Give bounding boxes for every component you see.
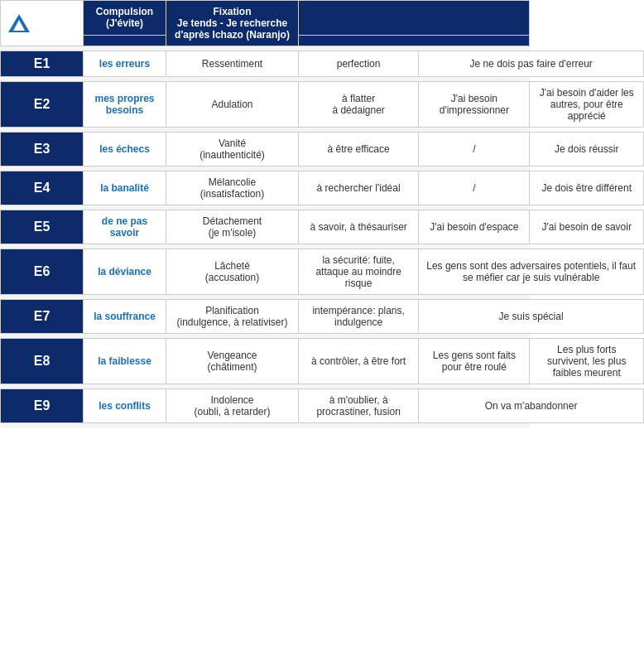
fixation-e7: Planification (indulgence, à relativiser… [166, 300, 299, 334]
logo-icon [7, 13, 31, 33]
recherche-e6: la sécurité: fuite, attaque au moindre r… [299, 249, 419, 295]
row-label-e3: E3 [1, 133, 84, 166]
row-label-e1: E1 [1, 51, 84, 77]
recherche-e2: à flatter à dédaigner [299, 82, 419, 128]
fixation-e6: Lâcheté (accusation) [166, 249, 299, 295]
enneaype-table: Compulsion(J'évite) FixationJe tends - J… [0, 0, 644, 428]
fixation-e2: Adulation [166, 82, 299, 128]
row-label-e8: E8 [1, 339, 84, 384]
compulsion-subheader [84, 35, 166, 46]
compulsion-e4: la banalité [84, 171, 166, 205]
cognition-e6: Les gens sont des adversaires potentiels… [419, 249, 644, 295]
logo-cell [1, 1, 84, 46]
recherche-e5: à savoir, à thésauriser [299, 210, 419, 244]
fixation-e5: Détachement (je m'isole) [166, 210, 299, 244]
recherche-e7: intempérance: plans, indulgence [299, 300, 419, 334]
fixation-e8: Vengeance (châtiment) [166, 339, 299, 384]
recherche-e3: à être efficace [299, 133, 419, 166]
cognition-e7: Je suis spécial [419, 300, 644, 334]
recherche-e4: à rechercher l'idéal [299, 171, 419, 205]
logo [7, 13, 76, 33]
compulsion-e6: la déviance [84, 249, 166, 295]
compulsion-e8: la faiblesse [84, 339, 166, 384]
compulsion-e2: mes propres besoins [84, 82, 166, 128]
cognition-header [299, 1, 530, 36]
compulsion-e5: de ne pas savoir [84, 210, 166, 244]
compulsion-e9: les conflits [84, 389, 166, 423]
row-label-e9: E9 [1, 389, 84, 423]
cognition-e5: J'ai besoin d'espace [419, 210, 530, 244]
cognition-e1: Je ne dois pas faire d'erreur [419, 51, 644, 77]
fixation-e4: Mélancolie (insatisfaction) [166, 171, 299, 205]
row-label-e5: E5 [1, 210, 84, 244]
row-label-e6: E6 [1, 249, 84, 295]
cognition-e2: J'ai besoin d'impressionner [419, 82, 530, 128]
enneagram-e3: Je dois réussir [530, 133, 644, 166]
croyances-header [299, 35, 530, 46]
row-label-e4: E4 [1, 171, 84, 205]
fixation-e1: Ressentiment [166, 51, 299, 77]
recherche-e8: à contrôler, à être fort [299, 339, 419, 384]
row-label-e2: E2 [1, 82, 84, 128]
enneagram-e8: Les plus forts survivent, les plus faibl… [530, 339, 644, 384]
compulsion-e3: les échecs [84, 133, 166, 166]
fixation-e9: Indolence (oubli, à retarder) [166, 389, 299, 423]
row-label-e7: E7 [1, 300, 84, 334]
cognition-e3: / [419, 133, 530, 166]
recherche-e9: à m'oublier, à procrastiner, fusion [299, 389, 419, 423]
fixation-e3: Vanité (inauthenticité) [166, 133, 299, 166]
compulsion-header: Compulsion(J'évite) [84, 1, 166, 36]
cognition-e9: On va m'abandonner [419, 389, 644, 423]
cognition-e4: / [419, 171, 530, 205]
recherche-e1: perfection [299, 51, 419, 77]
enneagram-e4: Je dois être différent [530, 171, 644, 205]
compulsion-e1: les erreurs [84, 51, 166, 77]
cognition-e8: Les gens sont faits pour être roulé [419, 339, 530, 384]
fixation-header: FixationJe tends - Je recherched'après I… [166, 1, 299, 46]
compulsion-e7: la souffrance [84, 300, 166, 334]
enneagram-e5: J'ai besoin de savoir [530, 210, 644, 244]
enneagram-e2: J'ai besoin d'aider les autres, pour êtr… [530, 82, 644, 128]
